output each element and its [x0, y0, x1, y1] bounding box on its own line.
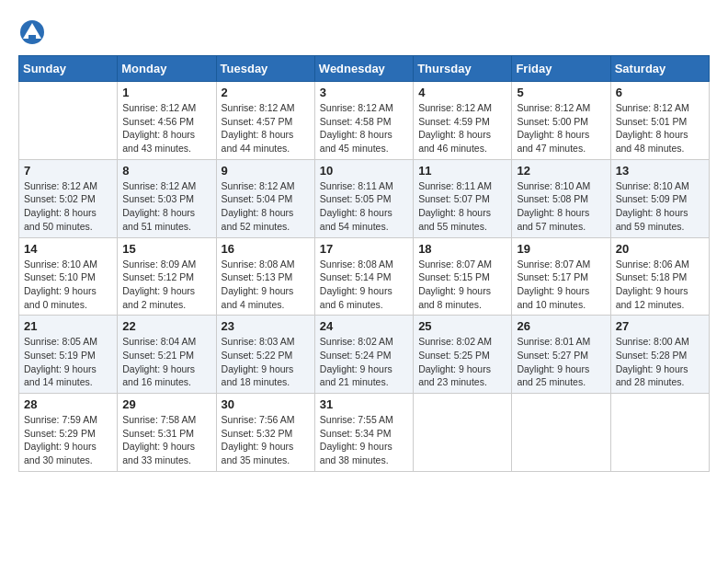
calendar-cell: 17Sunrise: 8:08 AMSunset: 5:14 PMDayligh… [314, 237, 413, 316]
day-info: Sunrise: 8:10 AMSunset: 5:09 PMDaylight:… [616, 179, 704, 234]
day-info: Sunrise: 8:08 AMSunset: 5:14 PMDaylight:… [320, 258, 408, 312]
day-info: Sunrise: 8:10 AMSunset: 5:10 PMDaylight:… [24, 258, 112, 312]
calendar-cell: 14Sunrise: 8:10 AMSunset: 5:10 PMDayligh… [19, 237, 118, 316]
calendar-cell: 9Sunrise: 8:12 AMSunset: 5:04 PMDaylight… [216, 159, 314, 237]
day-info: Sunrise: 8:06 AMSunset: 5:18 PMDaylight:… [616, 258, 704, 312]
day-number: 15 [122, 242, 210, 256]
calendar-cell: 11Sunrise: 8:11 AMSunset: 5:07 PMDayligh… [414, 159, 512, 237]
day-number: 13 [616, 164, 704, 178]
day-number: 6 [616, 86, 704, 99]
day-info: Sunrise: 8:11 AMSunset: 5:07 PMDaylight:… [418, 179, 506, 234]
calendar-cell: 31Sunrise: 7:55 AMSunset: 5:34 PMDayligh… [314, 394, 413, 472]
calendar-cell: 29Sunrise: 7:58 AMSunset: 5:31 PMDayligh… [118, 394, 216, 472]
calendar-cell: 16Sunrise: 8:08 AMSunset: 5:13 PMDayligh… [216, 237, 314, 316]
day-number: 17 [320, 242, 408, 256]
day-number: 27 [616, 319, 704, 333]
day-number: 19 [517, 242, 605, 256]
day-number: 4 [418, 86, 506, 99]
day-number: 26 [517, 319, 605, 333]
day-number: 5 [517, 86, 605, 99]
day-info: Sunrise: 8:04 AMSunset: 5:21 PMDaylight:… [122, 335, 210, 389]
day-info: Sunrise: 8:08 AMSunset: 5:13 PMDaylight:… [222, 258, 310, 312]
svg-rect-2 [28, 35, 36, 39]
calendar-cell: 20Sunrise: 8:06 AMSunset: 5:18 PMDayligh… [610, 237, 709, 316]
day-info: Sunrise: 8:03 AMSunset: 5:22 PMDaylight:… [222, 335, 310, 389]
calendar-cell: 5Sunrise: 8:12 AMSunset: 5:00 PMDaylight… [512, 82, 610, 160]
calendar-cell: 28Sunrise: 7:59 AMSunset: 5:29 PMDayligh… [19, 394, 118, 472]
day-info: Sunrise: 8:12 AMSunset: 4:57 PMDaylight:… [222, 101, 310, 155]
calendar-cell: 21Sunrise: 8:05 AMSunset: 5:19 PMDayligh… [19, 316, 118, 394]
day-number: 30 [222, 397, 310, 411]
day-number: 28 [24, 397, 112, 411]
calendar-cell: 3Sunrise: 8:12 AMSunset: 4:58 PMDaylight… [314, 82, 413, 160]
day-number: 9 [222, 164, 310, 178]
day-number: 22 [122, 319, 210, 333]
day-number: 18 [418, 242, 506, 256]
day-number: 25 [418, 319, 506, 333]
day-info: Sunrise: 8:00 AMSunset: 5:28 PMDaylight:… [616, 335, 704, 389]
calendar-cell [414, 394, 512, 472]
day-number: 20 [616, 242, 704, 256]
weekday-header-friday: Friday [512, 56, 610, 82]
calendar-cell: 30Sunrise: 7:56 AMSunset: 5:32 PMDayligh… [216, 394, 314, 472]
day-number: 11 [418, 164, 506, 178]
weekday-header-wednesday: Wednesday [314, 56, 413, 82]
calendar-cell: 15Sunrise: 8:09 AMSunset: 5:12 PMDayligh… [118, 237, 216, 316]
calendar-cell: 13Sunrise: 8:10 AMSunset: 5:09 PMDayligh… [610, 159, 709, 237]
day-info: Sunrise: 8:02 AMSunset: 5:24 PMDaylight:… [320, 335, 408, 389]
day-number: 3 [320, 86, 408, 99]
day-number: 12 [517, 164, 605, 178]
day-info: Sunrise: 8:12 AMSunset: 4:59 PMDaylight:… [418, 101, 506, 155]
day-number: 7 [24, 164, 112, 178]
calendar-cell: 19Sunrise: 8:07 AMSunset: 5:17 PMDayligh… [512, 237, 610, 316]
calendar-cell: 2Sunrise: 8:12 AMSunset: 4:57 PMDaylight… [216, 82, 314, 160]
calendar-cell [512, 394, 610, 472]
calendar-cell [19, 82, 118, 160]
day-number: 24 [320, 319, 408, 333]
calendar-cell: 7Sunrise: 8:12 AMSunset: 5:02 PMDaylight… [19, 159, 118, 237]
weekday-header-tuesday: Tuesday [216, 56, 314, 82]
day-info: Sunrise: 7:55 AMSunset: 5:34 PMDaylight:… [320, 413, 408, 467]
day-number: 31 [320, 397, 408, 411]
day-info: Sunrise: 8:12 AMSunset: 5:03 PMDaylight:… [122, 179, 210, 234]
day-number: 2 [222, 86, 310, 99]
day-number: 29 [122, 397, 210, 411]
day-info: Sunrise: 7:59 AMSunset: 5:29 PMDaylight:… [24, 413, 112, 467]
weekday-header-saturday: Saturday [610, 56, 709, 82]
logo-icon [18, 18, 46, 46]
day-number: 1 [122, 86, 210, 99]
calendar-table: SundayMondayTuesdayWednesdayThursdayFrid… [18, 55, 710, 472]
weekday-header-thursday: Thursday [414, 56, 512, 82]
weekday-header-monday: Monday [118, 56, 216, 82]
calendar-cell: 24Sunrise: 8:02 AMSunset: 5:24 PMDayligh… [314, 316, 413, 394]
day-info: Sunrise: 8:12 AMSunset: 4:58 PMDaylight:… [320, 101, 408, 155]
day-number: 10 [320, 164, 408, 178]
day-info: Sunrise: 8:07 AMSunset: 5:15 PMDaylight:… [418, 258, 506, 312]
day-info: Sunrise: 8:09 AMSunset: 5:12 PMDaylight:… [122, 258, 210, 312]
calendar-cell: 6Sunrise: 8:12 AMSunset: 5:01 PMDaylight… [610, 82, 709, 160]
day-info: Sunrise: 8:12 AMSunset: 5:04 PMDaylight:… [222, 179, 310, 234]
day-info: Sunrise: 8:07 AMSunset: 5:17 PMDaylight:… [517, 258, 605, 312]
calendar-cell: 8Sunrise: 8:12 AMSunset: 5:03 PMDaylight… [118, 159, 216, 237]
calendar-cell [610, 394, 709, 472]
day-info: Sunrise: 8:12 AMSunset: 4:56 PMDaylight:… [122, 101, 210, 155]
day-info: Sunrise: 8:02 AMSunset: 5:25 PMDaylight:… [418, 335, 506, 389]
calendar-cell: 25Sunrise: 8:02 AMSunset: 5:25 PMDayligh… [414, 316, 512, 394]
day-number: 21 [24, 319, 112, 333]
day-info: Sunrise: 8:05 AMSunset: 5:19 PMDaylight:… [24, 335, 112, 389]
day-number: 23 [222, 319, 310, 333]
logo [18, 18, 48, 46]
calendar-cell: 10Sunrise: 8:11 AMSunset: 5:05 PMDayligh… [314, 159, 413, 237]
day-info: Sunrise: 8:12 AMSunset: 5:00 PMDaylight:… [517, 101, 605, 155]
day-info: Sunrise: 8:10 AMSunset: 5:08 PMDaylight:… [517, 179, 605, 234]
calendar-cell: 4Sunrise: 8:12 AMSunset: 4:59 PMDaylight… [414, 82, 512, 160]
day-number: 14 [24, 242, 112, 256]
day-info: Sunrise: 7:56 AMSunset: 5:32 PMDaylight:… [222, 413, 310, 467]
calendar-cell: 18Sunrise: 8:07 AMSunset: 5:15 PMDayligh… [414, 237, 512, 316]
day-number: 8 [122, 164, 210, 178]
calendar-cell: 23Sunrise: 8:03 AMSunset: 5:22 PMDayligh… [216, 316, 314, 394]
day-info: Sunrise: 8:01 AMSunset: 5:27 PMDaylight:… [517, 335, 605, 389]
day-number: 16 [222, 242, 310, 256]
calendar-cell: 1Sunrise: 8:12 AMSunset: 4:56 PMDaylight… [118, 82, 216, 160]
weekday-header-sunday: Sunday [19, 56, 118, 82]
